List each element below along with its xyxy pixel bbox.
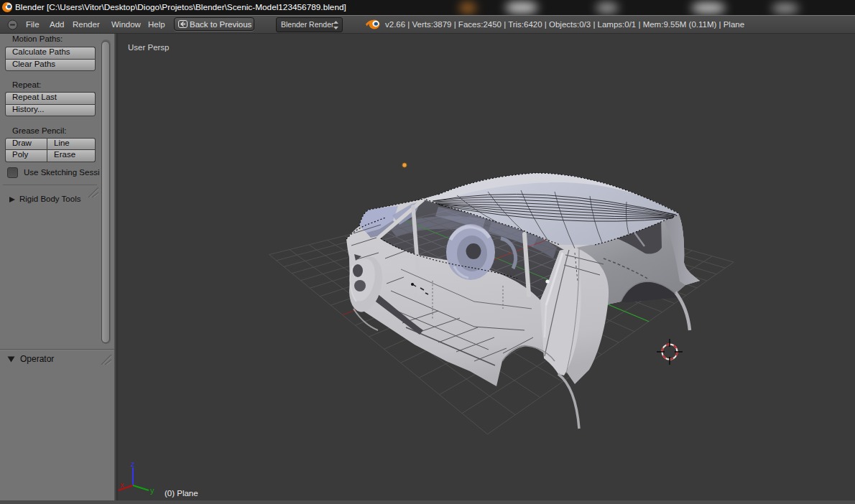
svg-text:(0) Plane: (0) Plane — [165, 489, 198, 498]
svg-text:y: y — [150, 486, 154, 495]
svg-text:z: z — [131, 459, 135, 468]
svg-text:User Persp: User Persp — [128, 43, 170, 52]
svg-text:x: x — [120, 480, 124, 489]
